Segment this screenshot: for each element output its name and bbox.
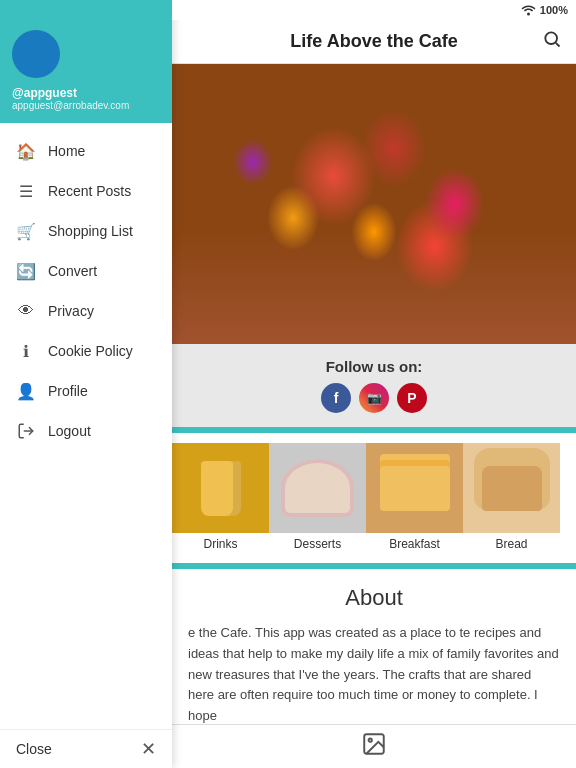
sidebar: @appguest appguest@arrobadev.com 🏠 Home …: [0, 0, 172, 768]
sidebar-nav: 🏠 Home ☰ Recent Posts 🛒 Shopping List 🔄 …: [0, 123, 172, 729]
category-item-breakfast[interactable]: Breakfast: [366, 443, 463, 553]
category-label: Desserts: [294, 533, 341, 553]
status-bar: 100%: [172, 0, 576, 20]
pinterest-button[interactable]: P: [397, 383, 427, 413]
eye-icon: 👁: [16, 301, 36, 321]
category-scroll: Drinks Desserts Breakfast Bread: [172, 443, 576, 553]
wifi-icon: [521, 4, 536, 16]
convert-icon: 🔄: [16, 261, 36, 281]
svg-point-1: [527, 13, 530, 16]
page-title: Life Above the Cafe: [290, 31, 457, 52]
top-bar: Life Above the Cafe: [172, 20, 576, 64]
category-label: Breakfast: [389, 533, 440, 553]
sidebar-item-recent-posts[interactable]: ☰ Recent Posts: [0, 171, 172, 211]
category-section: Drinks Desserts Breakfast Bread: [172, 433, 576, 566]
sidebar-email: appguest@arrobadev.com: [12, 100, 129, 111]
logout-icon: [16, 421, 36, 441]
battery-text: 100%: [540, 4, 568, 16]
category-item-desserts[interactable]: Desserts: [269, 443, 366, 553]
category-item-bread[interactable]: Bread: [463, 443, 560, 553]
svg-point-5: [369, 738, 372, 741]
close-label: Close: [16, 741, 52, 757]
hero-image: [172, 64, 576, 344]
category-label: Bread: [495, 533, 527, 553]
sidebar-item-label: Logout: [48, 423, 91, 439]
follow-title: Follow us on:: [186, 358, 562, 375]
social-icons: f 📷 P: [186, 383, 562, 413]
facebook-button[interactable]: f: [321, 383, 351, 413]
sidebar-item-label: Convert: [48, 263, 97, 279]
sidebar-item-home[interactable]: 🏠 Home: [0, 131, 172, 171]
sidebar-item-label: Home: [48, 143, 85, 159]
bottom-bar: [172, 724, 576, 768]
instagram-button[interactable]: 📷: [359, 383, 389, 413]
sidebar-item-shopping-list[interactable]: 🛒 Shopping List: [0, 211, 172, 251]
svg-point-2: [545, 32, 557, 44]
desserts-thumbnail: [269, 443, 366, 533]
cart-icon: 🛒: [16, 221, 36, 241]
list-icon: ☰: [16, 181, 36, 201]
close-button[interactable]: ✕: [141, 740, 156, 758]
profile-icon: 👤: [16, 381, 36, 401]
info-icon: ℹ: [16, 341, 36, 361]
drinks-thumbnail: [172, 443, 269, 533]
facebook-icon: f: [334, 390, 339, 406]
sidebar-footer: Close ✕: [0, 729, 172, 768]
sidebar-item-label: Profile: [48, 383, 88, 399]
category-item-drinks[interactable]: Drinks: [172, 443, 269, 553]
sidebar-item-label: Cookie Policy: [48, 343, 133, 359]
follow-section: Follow us on: f 📷 P: [172, 344, 576, 430]
about-title: About: [188, 585, 560, 611]
status-icons: 100%: [521, 4, 568, 16]
gallery-icon[interactable]: [361, 731, 387, 763]
hero-flowers: [172, 64, 576, 344]
sidebar-header: @appguest appguest@arrobadev.com: [0, 0, 172, 123]
bread-thumbnail: [463, 443, 560, 533]
avatar: [12, 30, 60, 78]
sidebar-username: @appguest: [12, 86, 77, 100]
svg-line-3: [556, 43, 560, 47]
about-section: About e the Cafe. This app was created a…: [172, 569, 576, 743]
home-icon: 🏠: [16, 141, 36, 161]
breakfast-thumbnail: [366, 443, 463, 533]
sidebar-item-profile[interactable]: 👤 Profile: [0, 371, 172, 411]
sidebar-item-logout[interactable]: Logout: [0, 411, 172, 451]
sidebar-item-label: Recent Posts: [48, 183, 131, 199]
search-icon[interactable]: [542, 29, 562, 54]
sidebar-item-label: Shopping List: [48, 223, 133, 239]
sidebar-item-label: Privacy: [48, 303, 94, 319]
about-text: e the Cafe. This app was created as a pl…: [188, 623, 560, 727]
pinterest-icon: P: [407, 390, 416, 406]
category-label: Drinks: [203, 533, 237, 553]
sidebar-item-cookie-policy[interactable]: ℹ Cookie Policy: [0, 331, 172, 371]
sidebar-item-privacy[interactable]: 👁 Privacy: [0, 291, 172, 331]
main-content: 100% Life Above the Cafe Follow us on: f…: [172, 0, 576, 768]
instagram-icon: 📷: [367, 391, 382, 405]
sidebar-item-convert[interactable]: 🔄 Convert: [0, 251, 172, 291]
